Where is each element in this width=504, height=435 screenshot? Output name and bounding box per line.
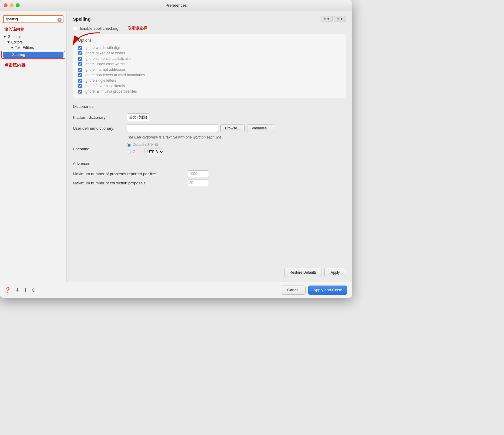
user-dict-input[interactable]	[127, 124, 218, 132]
link-icon[interactable]: ⊙	[32, 287, 36, 293]
platform-dict-label: Platform dictionary:	[73, 115, 124, 120]
option-nonletters-checkbox[interactable]	[78, 73, 82, 77]
option-single-checkbox[interactable]	[78, 79, 82, 83]
sidebar: ✕ 输入该内容 ▼ General ▼ Editors ▼ Text Edito…	[0, 11, 67, 282]
encoding-default-radio[interactable]	[127, 143, 131, 147]
search-wrapper: ✕	[0, 13, 66, 26]
window-buttons	[4, 3, 20, 7]
advanced-section: Advanced Maximum number of problems repo…	[73, 161, 346, 189]
platform-dict-select-wrapper: 英文 (美国) ⌄	[127, 113, 149, 121]
nav-buttons: ⬅▼ ➡▼	[321, 16, 346, 22]
encoding-default-label: Default (UTF-8)	[133, 142, 158, 147]
option-java-props: Ignore '&' in Java properties files	[78, 89, 341, 94]
option-java-string-label: Ignore Java string literals	[84, 84, 125, 88]
options-label: Options	[78, 38, 341, 43]
advanced-title: Advanced	[73, 161, 346, 167]
max-proposals-label: Maximum number of correction proposals:	[73, 181, 185, 185]
content-area: Spelling ⬅▼ ➡▼ Enable spell checking 取消该…	[67, 11, 352, 282]
option-java-string: Ignore Java string literals	[78, 83, 341, 89]
red-arrow-icon	[70, 30, 106, 51]
options-section: Options Ignore words with digits Ignore …	[73, 34, 346, 98]
encoding-row: Encoding: Default (UTF-8) Other: UTF-8	[73, 142, 346, 155]
encoding-label: Encoding:	[73, 147, 124, 151]
page-title: Spelling	[73, 16, 90, 22]
dict-hint: The user dictionary is a text file with …	[73, 135, 346, 139]
restore-defaults-button[interactable]: Restore Defaults	[284, 268, 322, 277]
search-input[interactable]	[3, 15, 63, 23]
tree-item-spelling[interactable]: Spelling	[3, 52, 63, 58]
encoding-radio-group: Default (UTF-8) Other: UTF-8	[127, 142, 164, 155]
encoding-other-row: Other: UTF-8	[127, 149, 164, 155]
main-container: ✕ 输入该内容 ▼ General ▼ Editors ▼ Text Edito…	[0, 11, 352, 282]
platform-dict-select[interactable]: 英文 (美国)	[127, 113, 149, 121]
browse-button[interactable]: Browse...	[220, 124, 245, 132]
bottom-left-icons: ❓ ⬇ ⬆ ⊙	[5, 287, 36, 293]
option-single: Ignore single letters	[78, 78, 341, 83]
option-internet-label: Ignore internet addresses	[84, 67, 126, 72]
encoding-other-select[interactable]: UTF-8	[145, 149, 164, 155]
variables-button[interactable]: Variables...	[247, 124, 274, 132]
option-java-string-checkbox[interactable]	[78, 84, 82, 88]
max-problems-row: Maximum number of problems reported per …	[73, 170, 346, 177]
option-java-props-label: Ignore '&' in Java properties files	[84, 89, 137, 94]
user-dict-row: User defined dictionary: Browse... Varia…	[73, 124, 346, 132]
section-action-buttons: Restore Defaults Apply	[73, 263, 346, 277]
dictionaries-section: Dictionaries Platform dictionary: 英文 (美国…	[73, 104, 346, 158]
encoding-section: Encoding: Default (UTF-8) Other: UTF-8	[73, 142, 346, 155]
dialog-button-bar: ❓ ⬇ ⬆ ⊙ Cancel Apply and Close	[0, 282, 352, 298]
apply-button[interactable]: Apply	[324, 268, 346, 277]
annotation-input-label: 输入该内容	[0, 26, 66, 34]
arrow-annotation	[70, 30, 106, 52]
option-java-props-checkbox[interactable]	[78, 90, 82, 94]
import-icon[interactable]: ⬇	[15, 287, 19, 293]
max-proposals-input[interactable]	[188, 180, 209, 186]
back-button[interactable]: ⬅▼	[321, 16, 333, 22]
platform-dict-row: Platform dictionary: 英文 (美国) ⌄	[73, 113, 346, 121]
dictionaries-title: Dictionaries	[73, 104, 346, 110]
close-button[interactable]	[4, 3, 8, 7]
option-mixed: Ignore mixed case words	[78, 50, 341, 56]
option-sentence-label: Ignore sentence capitalization	[84, 57, 133, 61]
dialog-buttons: Cancel Apply and Close	[281, 286, 347, 295]
annotation-cancel-label: 取消该选择	[128, 26, 147, 31]
tree-item-text-editors[interactable]: ▼ Text Editors	[0, 45, 66, 50]
option-uppercase-label: Ignore upper case words	[84, 62, 124, 66]
user-dict-label: User defined dictionary:	[73, 126, 124, 131]
option-nonletters: Ignore non-letters at word boundaries	[78, 72, 341, 78]
option-sentence: Ignore sentence capitalization	[78, 56, 341, 61]
option-single-label: Ignore single letters	[84, 78, 116, 83]
window-title: Preferences	[165, 3, 187, 8]
apply-and-close-button[interactable]: Apply and Close	[308, 286, 347, 295]
help-icon[interactable]: ❓	[5, 287, 11, 293]
option-uppercase: Ignore upper case words	[78, 61, 341, 67]
max-proposals-row: Maximum number of correction proposals:	[73, 180, 346, 186]
forward-button[interactable]: ➡▼	[334, 16, 346, 22]
tree-item-editors[interactable]: ▼ Editors	[0, 39, 66, 45]
encoding-other-radio[interactable]	[127, 150, 131, 154]
search-clear-button[interactable]: ✕	[57, 18, 62, 22]
option-internet-checkbox[interactable]	[78, 68, 82, 72]
cancel-button[interactable]: Cancel	[281, 286, 306, 295]
maximize-button[interactable]	[16, 3, 20, 7]
tree-item-general[interactable]: ▼ General	[0, 34, 66, 39]
max-problems-label: Maximum number of problems reported per …	[73, 172, 185, 176]
option-uppercase-checkbox[interactable]	[78, 62, 82, 66]
encoding-default-row: Default (UTF-8)	[127, 142, 164, 147]
annotation-click-label: 点击该内容	[0, 59, 66, 70]
option-digits: Ignore words with digits	[78, 45, 341, 50]
encoding-other-label: Other:	[133, 150, 143, 154]
titlebar: Preferences	[0, 0, 352, 11]
option-sentence-checkbox[interactable]	[78, 57, 82, 61]
content-header: Spelling ⬅▼ ➡▼	[73, 16, 346, 22]
option-internet: Ignore internet addresses	[78, 67, 341, 72]
minimize-button[interactable]	[10, 3, 14, 7]
option-nonletters-label: Ignore non-letters at word boundaries	[84, 73, 145, 77]
export-icon[interactable]: ⬆	[23, 287, 27, 293]
max-problems-input[interactable]	[188, 170, 209, 177]
